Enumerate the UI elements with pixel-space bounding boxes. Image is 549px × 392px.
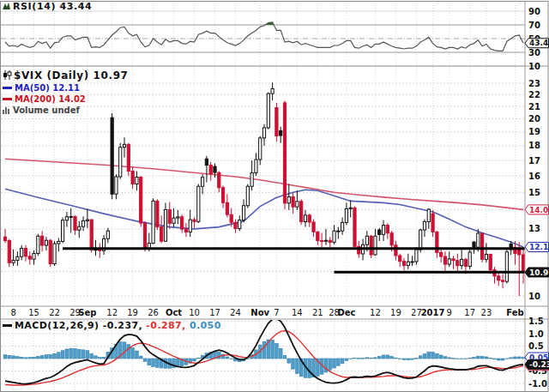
symbol-title-row: $VIX (Daily) 10.97 [3, 70, 129, 82]
axis-price-tag: 12.11 [525, 242, 549, 251]
svg-text:1.5: 1.5 [528, 317, 544, 326]
ma50-legend-row: MA(50) 12.11 [3, 82, 129, 93]
svg-text:10: 10 [528, 292, 540, 301]
svg-text:12.11: 12.11 [529, 243, 549, 251]
svg-text:16: 16 [528, 172, 540, 181]
svg-text:22: 22 [528, 90, 540, 100]
rsi-legend: RSI(14) 43.44 [3, 1, 92, 13]
svg-text:19: 19 [127, 308, 138, 317]
axes-layer: 232221201918171615131090705030101.51.00.… [1, 2, 549, 392]
rsi-indicator-icon [3, 2, 11, 13]
svg-text:17: 17 [464, 308, 475, 317]
volume-legend-row: Volume undef [3, 105, 129, 117]
axis-price-tag: -0.237 [525, 359, 549, 369]
candlestick-chart-icon [3, 70, 12, 82]
svg-text:14: 14 [292, 308, 303, 317]
svg-text:1.0: 1.0 [528, 329, 544, 339]
svg-text:Oct: Oct [166, 308, 182, 317]
ma200-line-icon [3, 98, 12, 100]
svg-text:20: 20 [528, 114, 540, 124]
svg-text:18: 18 [528, 141, 540, 150]
svg-text:Nov: Nov [250, 308, 269, 317]
svg-text:Dec: Dec [337, 308, 355, 317]
svg-text:21: 21 [312, 308, 323, 317]
svg-text:12: 12 [370, 308, 381, 317]
svg-text:-1.0: -1.0 [528, 379, 547, 389]
svg-text:0.5: 0.5 [528, 341, 544, 351]
macd-hist-value: 0.050 [190, 320, 221, 331]
macd-legend: MACD(12,26,9) -0.237, -0.287, 0.050 [3, 320, 221, 331]
ma200-label: MA(200) 14.02 [15, 94, 86, 104]
macd-signal-value: -0.287, [146, 320, 185, 331]
svg-text:21: 21 [528, 102, 540, 112]
macd-label: MACD(12,26,9) -0.237, [15, 320, 142, 331]
macd-line-icon [3, 324, 12, 327]
volume-label: Volume undef [13, 106, 80, 115]
svg-text:24: 24 [230, 308, 241, 317]
svg-text:19: 19 [528, 127, 540, 136]
svg-text:30: 30 [528, 48, 540, 57]
price-legend: $VIX (Daily) 10.97 MA(50) 12.11 MA(200) … [3, 70, 129, 117]
svg-text:17: 17 [528, 156, 540, 166]
svg-text:2017: 2017 [421, 308, 445, 317]
svg-text:23: 23 [528, 79, 540, 88]
svg-text:8: 8 [10, 308, 15, 317]
svg-text:-0.237: -0.237 [529, 360, 549, 369]
svg-text:90: 90 [528, 7, 540, 16]
symbol-title: $VIX (Daily) 10.97 [14, 69, 129, 81]
axis-price-tag: 43.44 [525, 39, 549, 48]
chart-canvas: 232221201918171615131090705030101.51.00.… [0, 0, 549, 392]
ma200-legend-row: MA(200) 14.02 [3, 93, 129, 105]
svg-text:10.97: 10.97 [529, 268, 549, 277]
ma50-line-icon [3, 87, 12, 89]
ma50-label: MA(50) 12.11 [15, 83, 80, 93]
rsi-label: RSI(14) 43.44 [13, 1, 92, 12]
svg-text:9: 9 [447, 308, 452, 317]
axis-price-tag: 10.97 [525, 268, 549, 277]
svg-text:13: 13 [528, 224, 540, 233]
svg-text:43.44: 43.44 [529, 39, 549, 47]
svg-text:10: 10 [189, 308, 200, 317]
svg-text:26: 26 [148, 308, 159, 317]
svg-text:15: 15 [28, 308, 39, 317]
svg-text:7: 7 [274, 308, 279, 317]
svg-text:14.02: 14.02 [529, 206, 549, 214]
svg-text:22: 22 [49, 308, 60, 317]
svg-text:10: 10 [528, 62, 540, 71]
svg-text:Feb: Feb [506, 308, 523, 317]
svg-text:15: 15 [528, 188, 540, 197]
svg-text:23: 23 [481, 308, 492, 317]
stockchart-panel: 232221201918171615131090705030101.51.00.… [0, 0, 549, 392]
axis-price-tag: 14.02 [525, 205, 549, 214]
svg-text:12: 12 [106, 308, 118, 317]
volume-bars-icon [3, 106, 11, 117]
rsi-panel [5, 22, 523, 51]
svg-text:Sep: Sep [78, 308, 96, 317]
svg-text:17: 17 [209, 308, 220, 317]
svg-text:70: 70 [528, 21, 540, 30]
svg-text:19: 19 [390, 308, 401, 317]
